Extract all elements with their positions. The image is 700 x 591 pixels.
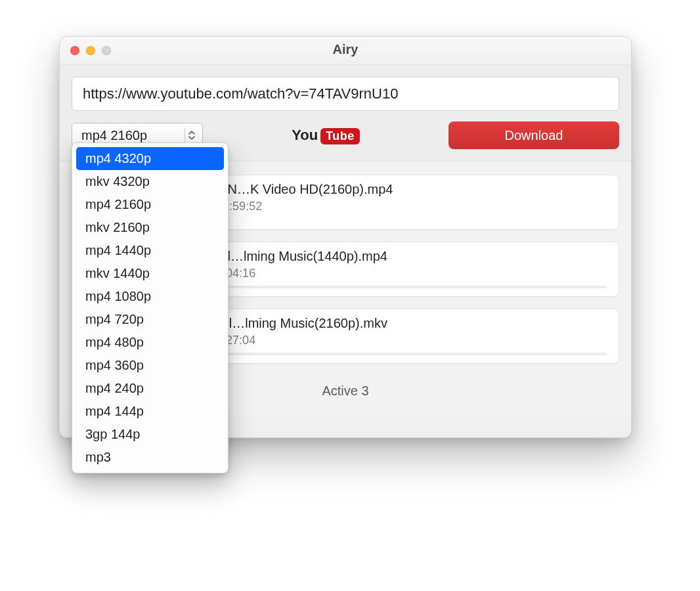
format-option[interactable]: mp4 240p — [76, 377, 224, 400]
format-option[interactable]: mkv 2160p — [76, 216, 224, 239]
format-option[interactable]: mkv 1440p — [76, 262, 224, 285]
format-select-value: mp4 2160p — [81, 128, 147, 143]
youtube-logo-tube: Tube — [320, 128, 360, 144]
youtube-logo: You Tube — [292, 127, 360, 144]
format-option[interactable]: mp4 144p — [76, 400, 224, 423]
download-button[interactable]: Download — [448, 121, 619, 149]
titlebar: Airy — [60, 37, 631, 65]
format-option[interactable]: mp4 720p — [76, 308, 224, 331]
format-dropdown[interactable]: mp4 4320pmkv 4320pmp4 2160pmkv 2160pmp4 … — [72, 142, 229, 473]
format-option[interactable]: mp4 480p — [76, 331, 224, 354]
format-option[interactable]: mp4 2160p — [76, 193, 224, 216]
url-input[interactable] — [72, 77, 619, 111]
window-title: Airy — [60, 42, 631, 57]
format-option[interactable]: mp4 4320p — [76, 147, 224, 170]
youtube-logo-you: You — [292, 127, 318, 144]
format-option[interactable]: mp4 1440p — [76, 239, 224, 262]
format-option[interactable]: mp4 1080p — [76, 285, 224, 308]
format-option[interactable]: mkv 4320p — [76, 170, 224, 193]
format-option[interactable]: mp4 360p — [76, 354, 224, 377]
format-option[interactable]: 3gp 144p — [76, 423, 224, 446]
format-option[interactable]: mp3 — [76, 446, 224, 469]
stepper-arrows-icon — [185, 127, 198, 143]
